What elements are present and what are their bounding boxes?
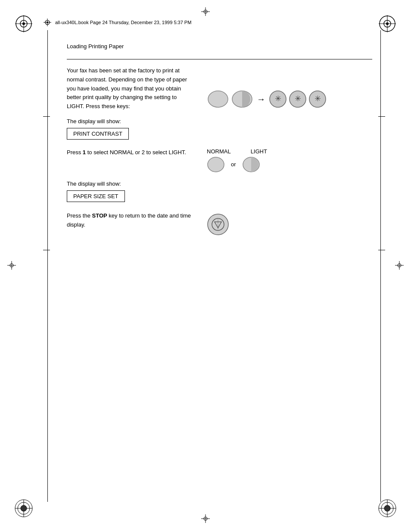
svg-text:✳: ✳ — [295, 94, 301, 103]
svg-point-19 — [384, 505, 390, 511]
main-content: Loading Printing Paper Your fax has been… — [67, 43, 372, 236]
stop-row: Press the STOP key to return to the date… — [67, 212, 372, 236]
press-instruction: Press 1 to select NORMAL or 2 to select … — [67, 148, 194, 157]
display-show-col-1: The display will show: PRINT CONTRAST — [67, 118, 194, 140]
light-label: LIGHT — [251, 148, 267, 155]
or-label: or — [231, 161, 236, 168]
left-margin-line — [47, 30, 48, 502]
bottom-left-registration — [13, 498, 34, 519]
display-row-2: The display will show: PAPER SIZE SET — [67, 180, 372, 202]
key-star-1-icon: ✳ — [269, 90, 287, 108]
intro-text: Your fax has been set at the factory to … — [67, 66, 194, 111]
top-left-registration — [13, 13, 34, 34]
stop-btn-col — [207, 212, 372, 236]
arrow-icon: → — [257, 94, 265, 104]
content-section: Your fax has been set at the factory to … — [67, 59, 372, 236]
stop-btn-icon — [207, 213, 229, 236]
press-text-col: Press 1 to select NORMAL or 2 to select … — [67, 148, 194, 157]
normal-light-buttons: or — [207, 156, 260, 173]
light-btn-icon — [242, 156, 260, 173]
intro-row: Your fax has been set at the factory to … — [67, 66, 372, 111]
svg-point-14 — [21, 505, 27, 511]
svg-point-44 — [208, 157, 224, 172]
header-reg-mark: all-ux340L.book Page 24 Thursday, Decemb… — [43, 18, 191, 27]
key-btn-2-icon — [231, 90, 253, 108]
right-tick-top — [378, 116, 385, 117]
left-tick-middle — [43, 250, 50, 250]
svg-text:✳: ✳ — [275, 94, 281, 103]
svg-point-35 — [47, 22, 48, 23]
normal-light-labels: NORMAL LIGHT — [207, 148, 267, 155]
bottom-center-mark — [200, 513, 211, 526]
section-title: Loading Printing Paper — [67, 43, 372, 50]
header-file-info: all-ux340L.book Page 24 Thursday, Decemb… — [55, 20, 191, 25]
bottom-right-registration — [377, 498, 398, 519]
display-row-1: The display will show: PRINT CONTRAST — [67, 118, 372, 140]
display-will-show-2: The display will show: — [67, 180, 194, 187]
svg-point-36 — [208, 91, 228, 107]
key-star-3-icon: ✳ — [308, 90, 327, 108]
top-center-mark — [200, 6, 211, 19]
display-box-2: PAPER SIZE SET — [67, 190, 125, 202]
key-icons-col: → ✳ ✳ ✳ — [207, 66, 372, 108]
svg-point-4 — [22, 22, 25, 25]
top-right-registration — [377, 13, 398, 34]
display-will-show-1: The display will show: — [67, 118, 194, 124]
stop-text-col: Press the STOP key to return to the date… — [67, 212, 194, 230]
display-box-1: PRINT CONTRAST — [67, 128, 129, 140]
press-row: Press 1 to select NORMAL or 2 to select … — [67, 148, 372, 173]
intro-text-col: Your fax has been set at the factory to … — [67, 66, 194, 111]
left-tick-top — [43, 116, 50, 117]
key-star-2-icon: ✳ — [289, 90, 307, 108]
left-center-mark — [6, 260, 17, 272]
stop-instruction: Press the STOP key to return to the date… — [67, 212, 194, 230]
svg-text:✳: ✳ — [314, 94, 321, 103]
right-tick-middle — [378, 250, 385, 250]
display-show-col-2: The display will show: PAPER SIZE SET — [67, 180, 194, 202]
normal-label: NORMAL — [207, 148, 231, 155]
svg-point-9 — [386, 22, 389, 25]
normal-btn-icon — [207, 156, 225, 173]
key-btn-1-icon — [207, 90, 229, 108]
right-margin-line — [380, 30, 381, 502]
right-center-mark — [394, 260, 405, 272]
normal-light-col: NORMAL LIGHT or — [207, 148, 372, 173]
